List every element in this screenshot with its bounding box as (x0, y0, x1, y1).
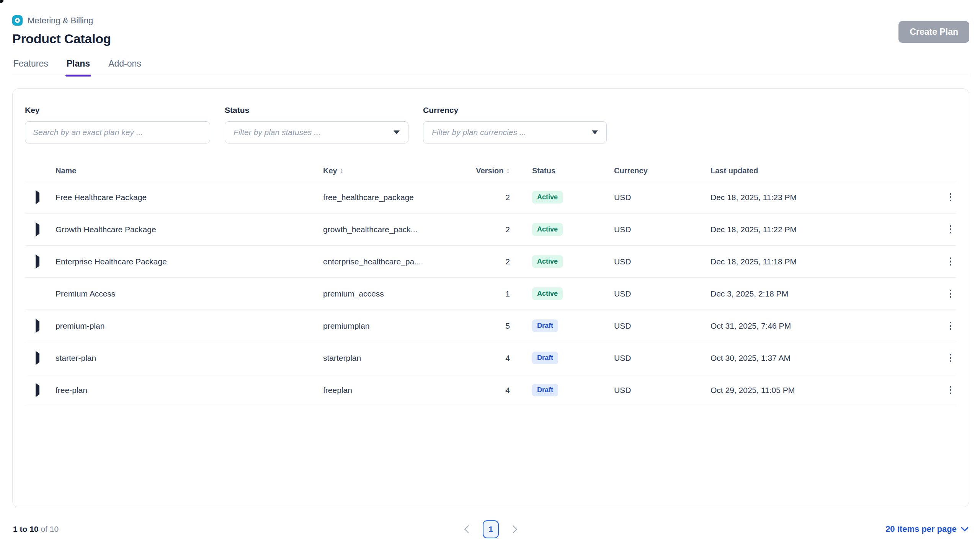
table-row[interactable]: starter-plan starterplan 4 Draft USD Oct… (26, 342, 956, 374)
column-header-version[interactable]: Version↕ (461, 166, 510, 175)
row-actions-menu-icon[interactable] (947, 287, 955, 301)
expand-caret-icon[interactable] (36, 383, 39, 397)
currency-filter-select[interactable]: Filter by plan currencies ... (423, 121, 607, 143)
plan-last-updated-cell: Oct 31, 2025, 7:46 PM (710, 321, 933, 331)
dropdown-arrow-icon (394, 130, 400, 134)
plan-status-cell: Active (510, 191, 614, 204)
table-row[interactable]: Growth Healthcare Package growth_healthc… (26, 213, 956, 246)
pager: 1 (466, 520, 516, 538)
results-range: 1 to 10 of 10 (13, 525, 59, 534)
previous-page-icon[interactable] (464, 525, 472, 533)
table-row[interactable]: premium-plan premiumplan 5 Draft USD Oct… (26, 310, 956, 342)
key-filter: Key (25, 106, 210, 143)
row-expander-cell (26, 386, 56, 395)
plan-key-cell: freeplan (323, 386, 461, 395)
key-filter-input[interactable] (25, 121, 210, 143)
column-header-key[interactable]: Key↕ (323, 166, 461, 175)
status-filter: Status Filter by plan statuses ... (225, 106, 408, 143)
pagination-bar: 1 to 10 of 10 1 20 items per page (12, 520, 969, 539)
plan-key-cell: premiumplan (323, 321, 461, 331)
plan-currency-cell: USD (614, 225, 710, 234)
status-badge: Draft (532, 319, 558, 332)
table-row[interactable]: free-plan freeplan 4 Draft USD Oct 29, 2… (26, 374, 956, 406)
status-filter-label: Status (225, 106, 408, 115)
expand-caret-icon[interactable] (36, 190, 39, 204)
currency-filter-label: Currency (423, 106, 607, 115)
table-body: Free Healthcare Package free_healthcare_… (26, 181, 956, 406)
expand-caret-icon[interactable] (36, 351, 39, 365)
row-actions-menu-icon[interactable] (947, 190, 955, 205)
table-row[interactable]: Enterprise Healthcare Package enterprise… (26, 246, 956, 278)
plan-name-cell: Growth Healthcare Package (56, 225, 323, 234)
table-row[interactable]: Premium Access premium_access 1 Active U… (26, 278, 956, 310)
column-header-status[interactable]: Status (510, 166, 614, 175)
plan-last-updated-cell: Oct 29, 2025, 11:05 PM (710, 386, 933, 395)
row-actions-menu-icon[interactable] (947, 222, 955, 237)
row-expander-cell (26, 193, 56, 202)
page-title: Product Catalog (12, 31, 969, 46)
row-actions-menu-icon[interactable] (947, 351, 955, 365)
plan-last-updated-cell: Dec 18, 2025, 11:23 PM (710, 193, 933, 202)
row-actions-menu-icon[interactable] (947, 254, 955, 269)
plan-version-cell: 5 (461, 321, 510, 331)
tab-add-ons[interactable]: Add-ons (107, 59, 142, 76)
table-header-row: Name Key↕ Version↕ Status Currency Last … (26, 160, 956, 181)
plan-name-cell: Premium Access (56, 289, 323, 298)
tab-plans[interactable]: Plans (65, 59, 91, 76)
column-header-currency[interactable]: Currency (614, 166, 710, 175)
results-range-total: of 10 (41, 525, 59, 533)
row-actions-menu-icon[interactable] (947, 319, 955, 333)
currency-filter: Currency Filter by plan currencies ... (423, 106, 607, 143)
plan-status-cell: Active (510, 223, 614, 236)
plan-status-cell: Draft (510, 384, 614, 397)
breadcrumb[interactable]: Metering & Billing (12, 0, 969, 26)
items-per-page-label: 20 items per page (885, 524, 957, 534)
current-page-button[interactable]: 1 (483, 520, 499, 538)
metering-billing-icon (12, 15, 23, 26)
plan-version-cell: 4 (461, 386, 510, 395)
plan-name-cell: Free Healthcare Package (56, 193, 323, 202)
plan-status-cell: Active (510, 255, 614, 268)
plan-version-cell: 2 (461, 193, 510, 202)
plan-name-cell: free-plan (56, 386, 323, 395)
next-page-icon[interactable] (509, 525, 517, 533)
status-badge: Active (532, 255, 563, 268)
key-filter-label: Key (25, 106, 210, 115)
tab-features[interactable]: Features (12, 59, 49, 76)
product-catalog-page: Metering & Billing Product Catalog Creat… (0, 0, 980, 539)
status-badge: Draft (532, 352, 558, 365)
sort-icon: ↕ (506, 167, 510, 175)
plan-name-cell: Enterprise Healthcare Package (56, 257, 323, 266)
plan-last-updated-cell: Oct 30, 2025, 1:37 AM (710, 354, 933, 363)
column-header-name[interactable]: Name (56, 166, 323, 175)
row-expander-cell (26, 225, 56, 234)
expand-caret-icon[interactable] (36, 319, 39, 333)
status-filter-placeholder: Filter by plan statuses ... (234, 128, 321, 137)
tab-bar: Features Plans Add-ons (12, 59, 969, 76)
plan-key-cell: starterplan (323, 354, 461, 363)
plan-key-cell: premium_access (323, 289, 461, 298)
results-range-shown: 1 to 10 (13, 525, 39, 533)
column-header-last-updated[interactable]: Last updated (710, 166, 933, 175)
row-expander-cell (26, 321, 56, 331)
items-per-page-dropdown[interactable]: 20 items per page (885, 524, 969, 534)
plan-last-updated-cell: Dec 3, 2025, 2:18 PM (710, 289, 933, 298)
status-filter-select[interactable]: Filter by plan statuses ... (225, 121, 408, 143)
plan-status-cell: Draft (510, 352, 614, 365)
plan-key-cell: free_healthcare_package (323, 193, 461, 202)
plan-version-cell: 2 (461, 225, 510, 234)
chevron-down-icon (961, 527, 969, 531)
table-row[interactable]: Free Healthcare Package free_healthcare_… (26, 181, 956, 213)
expand-caret-icon[interactable] (36, 254, 39, 269)
plan-status-cell: Draft (510, 319, 614, 332)
create-plan-button[interactable]: Create Plan (898, 21, 969, 43)
row-actions-menu-icon[interactable] (947, 383, 955, 398)
plan-version-cell: 1 (461, 289, 510, 298)
plan-key-cell: growth_healthcare_pack... (323, 225, 461, 234)
currency-filter-placeholder: Filter by plan currencies ... (432, 128, 526, 137)
status-badge: Active (532, 223, 563, 236)
expand-caret-icon[interactable] (36, 222, 39, 236)
plan-currency-cell: USD (614, 193, 710, 202)
plan-version-cell: 2 (461, 257, 510, 266)
sort-icon: ↕ (340, 167, 344, 175)
